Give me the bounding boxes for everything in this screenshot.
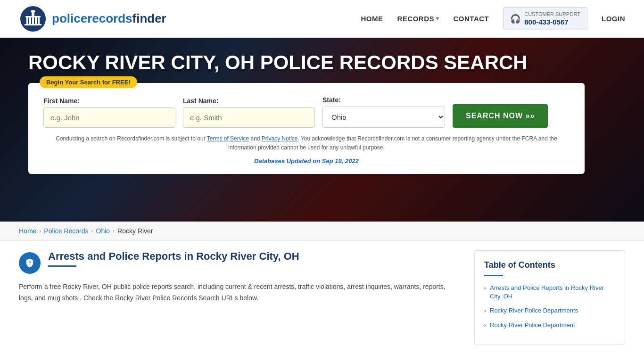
breadcrumb-current: Rocky River — [117, 227, 153, 235]
main-nav: HOME RECORDS ▾ CONTACT 🎧 CUSTOMER SUPPOR… — [361, 7, 625, 30]
first-name-label: First Name: — [43, 97, 175, 105]
svg-rect-9 — [25, 24, 41, 25]
search-box: Begin Your Search for FREE! First Name: … — [28, 83, 585, 173]
hero-title: ROCKY RIVER CITY, OH POLICE RECORDS SEAR… — [28, 52, 528, 74]
toc-link[interactable]: Arrests and Police Reports in Rocky Rive… — [490, 284, 615, 301]
db-updated-date: Sep 19, 2022 — [322, 157, 359, 165]
search-fields: First Name: Last Name: State: Ohio SEARC… — [43, 96, 570, 128]
state-select[interactable]: Ohio — [322, 107, 445, 128]
support-phone[interactable]: 800-433-0567 — [524, 18, 580, 26]
svg-rect-8 — [38, 17, 40, 24]
free-badge: Begin Your Search for FREE! — [40, 76, 137, 88]
db-updated-label: Databases Updated on — [254, 157, 320, 165]
article-header: Arrests and Police Reports in Rocky Rive… — [19, 250, 460, 274]
content-right: Table of Contents ›Arrests and Police Re… — [474, 250, 625, 345]
state-label: State: — [322, 96, 445, 104]
breadcrumb-sep-3: › — [113, 228, 115, 234]
svg-rect-3 — [25, 16, 41, 17]
toc-item[interactable]: ›Arrests and Police Reports in Rocky Riv… — [484, 284, 615, 301]
tos-link[interactable]: Terms of Service — [207, 135, 249, 142]
last-name-input[interactable] — [183, 107, 315, 128]
toc-chevron-icon: › — [484, 285, 486, 291]
toc-link[interactable]: Rocky River Police Department — [490, 321, 575, 329]
article-title-underline — [48, 265, 76, 267]
toc-divider — [484, 275, 503, 276]
breadcrumb-sep-1: › — [39, 228, 41, 234]
db-updated: Databases Updated on Sep 19, 2022 — [43, 157, 570, 165]
privacy-link[interactable]: Privacy Notice — [262, 135, 298, 142]
main-content: Arrests and Police Reports in Rocky Rive… — [0, 241, 644, 354]
breadcrumb-police-records[interactable]: Police Records — [44, 227, 88, 235]
svg-rect-7 — [35, 17, 37, 24]
search-button[interactable]: SEARCH NOW »» — [453, 104, 548, 128]
logo[interactable]: policerecordsfinder — [19, 5, 166, 33]
support-label: CUSTOMER SUPPORT — [524, 11, 580, 17]
article-title: Arrests and Police Reports in Rocky Rive… — [48, 250, 299, 263]
toc-chevron-icon: › — [484, 307, 486, 314]
breadcrumb: Home › Police Records › Ohio › Rocky Riv… — [0, 222, 644, 241]
logo-text: policerecordsfinder — [52, 11, 166, 26]
nav-login[interactable]: LOGIN — [602, 15, 625, 23]
content-left: Arrests and Police Reports in Rocky Rive… — [19, 250, 474, 345]
nav-contact[interactable]: CONTACT — [454, 15, 489, 23]
breadcrumb-home[interactable]: Home — [19, 227, 36, 235]
toc-link[interactable]: Rocky River Police Departments — [490, 306, 578, 315]
article-body: Perform a free Rocky River, OH public po… — [19, 281, 460, 304]
svg-point-2 — [31, 10, 35, 13]
nav-home[interactable]: HOME — [361, 15, 383, 23]
hero-section: ROCKY RIVER CITY, OH POLICE RECORDS SEAR… — [0, 38, 644, 222]
chevron-down-icon: ▾ — [436, 16, 439, 22]
toc-item[interactable]: ›Rocky River Police Department — [484, 321, 615, 329]
toc-item[interactable]: ›Rocky River Police Departments — [484, 306, 615, 315]
headset-icon: 🎧 — [510, 14, 520, 24]
toc-title: Table of Contents — [484, 260, 615, 270]
table-of-contents: Table of Contents ›Arrests and Police Re… — [474, 250, 625, 345]
toc-chevron-icon: › — [484, 322, 486, 329]
breadcrumb-ohio[interactable]: Ohio — [96, 227, 110, 235]
svg-rect-5 — [29, 17, 31, 24]
logo-icon — [19, 5, 47, 33]
badge-icon — [25, 258, 35, 268]
breadcrumb-sep-2: › — [91, 228, 93, 234]
search-disclaimer: Conducting a search on Recordsfinder.com… — [43, 134, 570, 152]
customer-support-box: 🎧 CUSTOMER SUPPORT 800-433-0567 — [503, 7, 587, 30]
last-name-group: Last Name: — [183, 97, 315, 128]
last-name-label: Last Name: — [183, 97, 315, 105]
first-name-input[interactable] — [43, 107, 175, 128]
article-icon — [19, 252, 41, 274]
svg-rect-4 — [26, 17, 28, 24]
first-name-group: First Name: — [43, 97, 175, 128]
svg-rect-6 — [32, 17, 34, 24]
site-header: policerecordsfinder HOME RECORDS ▾ CONTA… — [0, 0, 644, 38]
article-title-wrap: Arrests and Police Reports in Rocky Rive… — [48, 250, 299, 267]
state-group: State: Ohio — [322, 96, 445, 128]
toc-items: ›Arrests and Police Reports in Rocky Riv… — [484, 284, 615, 329]
nav-records[interactable]: RECORDS ▾ — [397, 15, 439, 23]
